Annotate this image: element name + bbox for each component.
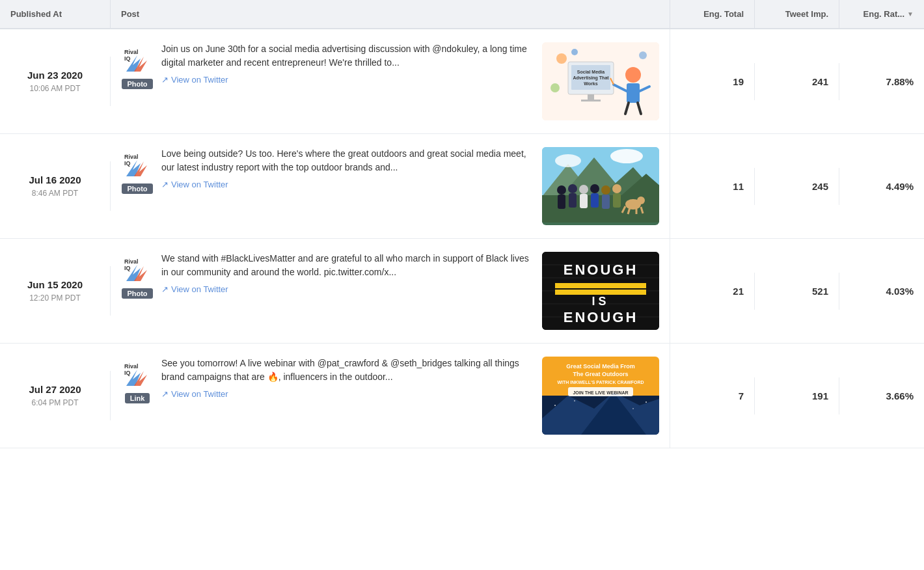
svg-text:IQ: IQ [124, 160, 131, 167]
tweet-imp-value-4: 191 [812, 390, 828, 401]
svg-text:Rival: Rival [124, 154, 139, 160]
view-on-twitter-link-1[interactable]: ↗ View on Twitter [161, 75, 534, 85]
col-published-label: Published At [10, 9, 62, 19]
cell-eng-total-3: 21 [670, 273, 755, 310]
table-row: Jun 15 2020 12:20 PM PDT Rival IQ Photo … [0, 239, 924, 344]
svg-rect-43 [591, 193, 599, 208]
svg-text:WITH INKWELL'S PATRICK CRAWFOR: WITH INKWELL'S PATRICK CRAWFORD [557, 380, 644, 385]
svg-text:IS: IS [591, 295, 609, 308]
cell-eng-rat-3: 4.03% [839, 273, 924, 310]
date-main-2: Jul 16 2020 [10, 174, 100, 185]
col-tweet-imp-label: Tweet Imp. [785, 9, 828, 19]
svg-point-34 [555, 154, 581, 167]
svg-rect-41 [580, 194, 588, 208]
post-avatar-wrap-4: Rival IQ Link [121, 357, 154, 403]
cell-eng-rat-2: 4.49% [839, 168, 924, 205]
cell-eng-total-2: 11 [670, 168, 755, 205]
svg-rect-45 [602, 195, 610, 209]
eng-rat-value-2: 4.49% [886, 181, 914, 192]
col-header-post: Post [111, 0, 670, 28]
col-header-eng-rat: Eng. Rat... ▼ [839, 0, 924, 28]
svg-text:Works: Works [584, 81, 597, 86]
post-image-3: ENOUGH IS ENOUGH [542, 252, 659, 330]
cell-eng-rat-4: 3.66% [839, 377, 924, 414]
post-text-3: We stand with #BlackLivesMatter and are … [161, 252, 534, 279]
svg-text:The Great Outdoors: The Great Outdoors [573, 371, 628, 377]
rival-iq-logo-4: Rival IQ [121, 357, 154, 389]
post-image-4: Great Social Media From The Great Outdoo… [542, 357, 659, 435]
svg-rect-18 [627, 83, 640, 103]
date-main-3: Jun 15 2020 [10, 279, 100, 290]
view-link-label-1: View on Twitter [171, 75, 228, 85]
svg-rect-12 [588, 94, 594, 100]
svg-point-44 [601, 185, 610, 195]
eng-total-value-2: 11 [733, 181, 744, 192]
eng-rat-value-1: 7.88% [886, 76, 914, 87]
cell-post-3: Rival IQ Photo We stand with #BlackLives… [111, 239, 670, 343]
external-link-icon-1: ↗ [161, 75, 169, 85]
svg-point-85 [632, 408, 634, 409]
eng-total-value-3: 21 [733, 286, 744, 297]
cell-tweet-imp-3: 521 [755, 273, 839, 310]
post-text-2: Love being outside? Us too. Here's where… [161, 147, 534, 174]
svg-point-46 [612, 184, 621, 193]
svg-point-40 [579, 185, 588, 194]
svg-rect-66 [555, 290, 646, 295]
svg-point-8 [550, 83, 560, 92]
tweet-imp-value-1: 241 [812, 76, 828, 87]
svg-point-5 [556, 53, 567, 64]
post-type-badge-4: Link [125, 393, 150, 403]
rival-iq-logo-2: Rival IQ [121, 147, 154, 180]
svg-text:ENOUGH: ENOUGH [564, 309, 638, 325]
svg-rect-13 [581, 100, 601, 102]
table-row: Jun 23 2020 10:06 AM PDT Rival IQ Photo … [0, 29, 924, 134]
view-on-twitter-link-2[interactable]: ↗ View on Twitter [161, 180, 534, 189]
svg-text:ENOUGH: ENOUGH [564, 262, 638, 278]
eng-rat-value-4: 3.66% [886, 390, 914, 401]
eng-total-value-4: 7 [739, 390, 744, 401]
tweet-imp-value-2: 245 [812, 181, 828, 192]
rival-iq-logo-1: Rival IQ [121, 42, 154, 75]
cell-eng-total-4: 7 [670, 377, 755, 414]
view-on-twitter-link-3[interactable]: ↗ View on Twitter [161, 284, 534, 294]
svg-point-9 [571, 49, 578, 55]
svg-text:JOIN THE LIVE WEBINAR: JOIN THE LIVE WEBINAR [573, 390, 628, 395]
sort-icon: ▼ [907, 10, 914, 18]
svg-rect-65 [555, 283, 646, 288]
col-header-eng-total: Eng. Total [670, 0, 755, 28]
svg-text:Social Media: Social Media [577, 70, 605, 74]
svg-point-42 [590, 184, 599, 193]
svg-point-84 [645, 401, 647, 403]
post-avatar-wrap-1: Rival IQ Photo [121, 42, 154, 89]
table-row: Jul 16 2020 8:46 AM PDT Rival IQ Photo L… [0, 134, 924, 239]
post-content-2: Love being outside? Us too. Here's where… [161, 147, 534, 189]
svg-rect-37 [558, 195, 565, 209]
cell-tweet-imp-4: 191 [755, 377, 839, 414]
svg-text:Rival: Rival [124, 49, 139, 55]
view-link-label-3: View on Twitter [171, 284, 228, 294]
eng-rat-value-3: 4.03% [886, 286, 914, 297]
svg-text:IQ: IQ [124, 265, 131, 271]
post-type-badge-1: Photo [122, 79, 152, 89]
svg-text:Great Social Media From: Great Social Media From [566, 363, 635, 370]
cell-tweet-imp-1: 241 [755, 63, 839, 100]
date-time-1: 10:06 AM PDT [29, 84, 80, 93]
post-content-1: Join us on June 30th for a social media … [161, 42, 534, 85]
view-on-twitter-link-4[interactable]: ↗ View on Twitter [161, 389, 534, 399]
svg-text:Rival: Rival [124, 363, 139, 370]
svg-text:Advertising That: Advertising That [573, 75, 609, 81]
post-avatar-wrap-3: Rival IQ Photo [121, 252, 154, 299]
view-link-label-4: View on Twitter [171, 389, 228, 399]
table-row: Jul 27 2020 6:04 PM PDT Rival IQ Link Se… [0, 344, 924, 448]
date-main-1: Jun 23 2020 [10, 70, 100, 81]
external-link-icon-3: ↗ [161, 284, 169, 294]
cell-eng-total-1: 19 [670, 63, 755, 100]
svg-rect-47 [613, 193, 621, 208]
svg-point-6 [639, 51, 647, 59]
cell-tweet-imp-2: 245 [755, 168, 839, 205]
external-link-icon-4: ↗ [161, 389, 169, 399]
svg-point-17 [625, 67, 641, 83]
view-link-label-2: View on Twitter [171, 180, 228, 189]
cell-post-2: Rival IQ Photo Love being outside? Us to… [111, 134, 670, 238]
svg-rect-39 [569, 193, 577, 208]
